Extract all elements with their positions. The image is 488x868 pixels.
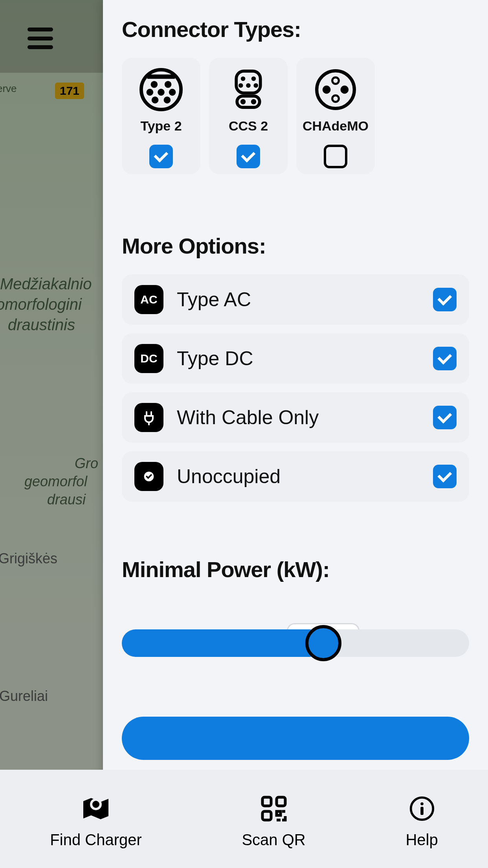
type2-connector-icon xyxy=(139,68,183,111)
option-checkbox[interactable] xyxy=(433,406,457,429)
chademo-connector-icon xyxy=(314,68,357,111)
option-type-ac[interactable]: AC Type AC xyxy=(122,274,469,325)
info-icon xyxy=(406,795,438,822)
option-label: With Cable Only xyxy=(177,406,420,429)
plug-icon xyxy=(134,403,163,432)
map-place-label: Gureliai xyxy=(0,688,48,704)
svg-point-13 xyxy=(253,83,258,88)
tab-label: Help xyxy=(405,831,438,849)
svg-point-9 xyxy=(241,76,246,81)
tab-label: Scan QR xyxy=(242,831,305,849)
option-label: Type DC xyxy=(177,347,420,370)
svg-rect-25 xyxy=(277,797,285,806)
tab-find-charger[interactable]: Find Charger xyxy=(50,795,141,849)
map-place-label: omorfologini xyxy=(0,296,82,313)
option-type-dc[interactable]: DC Type DC xyxy=(122,333,469,384)
menu-icon[interactable] xyxy=(28,28,53,49)
option-unoccupied[interactable]: Unoccupied xyxy=(122,451,469,502)
map-pin-icon xyxy=(80,795,112,822)
svg-rect-29 xyxy=(420,807,424,815)
svg-point-3 xyxy=(147,89,154,96)
map-place-label: Grigiškės xyxy=(0,550,57,567)
connector-types-title: Connector Types: xyxy=(122,17,469,42)
minimal-power-title: Minimal Power (kW): xyxy=(122,557,469,582)
svg-point-15 xyxy=(240,99,246,104)
map-place-label: drausi xyxy=(47,491,86,508)
ccs2-connector-icon xyxy=(227,68,270,111)
connector-label: CCS 2 xyxy=(229,118,268,134)
filters-panel: Connector Types: Type 2 CCS 2 CHAdeMO Mo… xyxy=(103,0,488,868)
connector-checkbox[interactable] xyxy=(324,145,347,168)
svg-point-23 xyxy=(91,800,101,809)
connector-type-2[interactable]: Type 2 xyxy=(122,58,200,174)
svg-point-18 xyxy=(332,77,339,84)
power-slider[interactable] xyxy=(122,629,469,658)
svg-point-12 xyxy=(246,83,251,88)
svg-point-11 xyxy=(238,83,243,88)
svg-point-1 xyxy=(151,81,158,88)
slider-fill xyxy=(122,629,323,657)
ac-icon: AC xyxy=(134,285,163,314)
svg-point-7 xyxy=(164,97,171,104)
tab-label: Find Charger xyxy=(50,831,141,849)
svg-point-20 xyxy=(323,86,331,94)
map-place-label: Medžiakalnio xyxy=(0,275,92,293)
option-label: Type AC xyxy=(177,288,420,311)
road-badge: 171 xyxy=(55,83,84,99)
svg-point-19 xyxy=(332,96,339,102)
option-label: Unoccupied xyxy=(177,465,420,488)
svg-point-5 xyxy=(169,89,176,96)
connector-ccs2[interactable]: CCS 2 xyxy=(209,58,288,174)
svg-point-4 xyxy=(158,89,165,96)
svg-point-10 xyxy=(251,76,256,81)
svg-point-21 xyxy=(340,86,349,94)
connector-label: CHAdeMO xyxy=(303,118,369,134)
tab-help[interactable]: Help xyxy=(405,795,438,849)
option-with-cable[interactable]: With Cable Only xyxy=(122,392,469,443)
apply-button[interactable] xyxy=(122,717,469,760)
map-place-label: geomorfol xyxy=(24,473,87,490)
dc-icon: DC xyxy=(134,344,163,373)
connector-label: Type 2 xyxy=(140,118,182,134)
slider-thumb[interactable] xyxy=(305,625,341,661)
option-checkbox[interactable] xyxy=(433,347,457,370)
check-circle-icon xyxy=(134,462,163,491)
tab-scan-qr[interactable]: Scan QR xyxy=(242,795,305,849)
qr-icon xyxy=(258,795,290,822)
connector-chademo[interactable]: CHAdeMO xyxy=(296,58,375,174)
svg-point-2 xyxy=(165,81,172,88)
connector-checkbox[interactable] xyxy=(237,145,260,168)
svg-point-16 xyxy=(251,99,256,104)
option-checkbox[interactable] xyxy=(433,465,457,488)
svg-rect-24 xyxy=(262,797,271,806)
connector-checkbox[interactable] xyxy=(149,145,173,168)
svg-rect-8 xyxy=(236,71,260,93)
map-place-label: draustinis xyxy=(8,316,75,334)
bottom-tabbar: Find Charger Scan QR Help xyxy=(0,770,488,868)
svg-point-28 xyxy=(420,802,424,805)
option-checkbox[interactable] xyxy=(433,288,457,311)
map-place-label: Gro xyxy=(75,455,98,472)
svg-point-6 xyxy=(152,97,159,104)
more-options-title: More Options: xyxy=(122,233,469,259)
svg-rect-26 xyxy=(262,811,271,820)
